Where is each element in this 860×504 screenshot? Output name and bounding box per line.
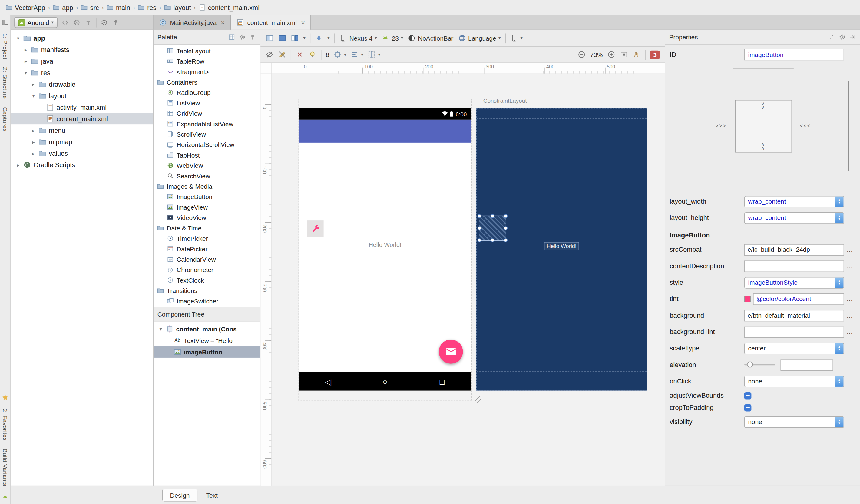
ellipsis-button[interactable]: … — [846, 246, 853, 253]
tree-row[interactable]: AbTextView – "Hello — [154, 335, 260, 346]
property-control[interactable]: none▴▾ — [744, 416, 844, 428]
favorites-star-icon[interactable] — [1, 394, 9, 401]
canvas-resize-handle[interactable] — [474, 395, 482, 403]
navigate-back-forward-icon[interactable] — [61, 19, 69, 26]
palette-view-mode-icon[interactable] — [228, 33, 235, 41]
tree-row[interactable]: ▸manifests — [11, 44, 153, 55]
tree-right-arrow[interactable]: ▸ — [23, 47, 28, 53]
constraint-inspector[interactable]: >>> <<< ∨∨ ∧∧ — [670, 63, 857, 189]
device-selector[interactable]: Nexus 4 ▾ — [339, 34, 377, 42]
palette-item[interactable]: TextClock — [154, 275, 260, 285]
show-constraints-icon[interactable] — [266, 51, 274, 59]
zoom-in-icon[interactable] — [607, 51, 615, 59]
breadcrumb-item[interactable]: src — [81, 4, 99, 11]
blueprint-preview[interactable]: i Hello World! — [476, 108, 647, 391]
tab-text[interactable]: Text — [199, 489, 225, 502]
tree-down-arrow[interactable]: ▾ — [31, 93, 36, 98]
api-level-selector[interactable]: 23 ▾ — [381, 34, 403, 42]
property-control[interactable]: wrap_content▴▾ — [744, 196, 844, 207]
property-control[interactable] — [744, 359, 844, 371]
id-field[interactable]: imageButton — [744, 49, 844, 60]
constraint-right-spring-icon[interactable]: <<< — [800, 124, 811, 128]
tab-close-icon[interactable]: × — [221, 19, 225, 26]
tree-row[interactable]: ▾layout — [11, 90, 153, 101]
property-control[interactable] — [744, 260, 844, 272]
color-swatch[interactable] — [744, 296, 751, 302]
swap-panel-icon[interactable] — [828, 33, 835, 41]
tab-close-icon[interactable]: × — [301, 19, 305, 26]
pan-hand-icon[interactable] — [632, 51, 641, 59]
palette-item[interactable]: GridView — [154, 108, 260, 118]
hello-world-text[interactable]: Hello World! — [300, 241, 471, 248]
constraint-bottom-margin-line[interactable] — [733, 184, 793, 185]
tool-strip-project[interactable]: 1: Project — [2, 33, 9, 59]
constraint-bottom-spring-icon[interactable]: ∧∧ — [761, 143, 765, 150]
palette-category[interactable]: Images & Media — [154, 181, 260, 191]
palette-item[interactable]: Chronometer — [154, 264, 260, 275]
tree-row[interactable]: ▸java — [11, 55, 153, 67]
editor-tab-mainactivity[interactable]: C MainActivity.java × — [154, 15, 231, 30]
recents-icon[interactable]: □ — [414, 377, 471, 385]
property-control[interactable] — [744, 390, 844, 401]
tool-strip-captures[interactable]: Captures — [2, 107, 9, 132]
breadcrumb-item[interactable]: content_main.xml — [199, 4, 259, 11]
palette-item[interactable]: TableLayout — [154, 45, 260, 56]
palette-item[interactable]: ListView — [154, 98, 260, 108]
selection-handle[interactable] — [477, 239, 482, 242]
tree-row[interactable]: ▸menu — [11, 125, 153, 136]
property-control[interactable]: e/btn_default_material — [744, 309, 844, 321]
align-menu[interactable]: ▾ — [351, 51, 363, 59]
breadcrumb-item[interactable]: VectorApp — [5, 4, 45, 11]
home-icon[interactable]: ○ — [356, 377, 413, 385]
pin-icon[interactable] — [112, 19, 119, 26]
zoom-out-icon[interactable] — [577, 51, 586, 59]
tree-row[interactable]: imageButton — [154, 346, 260, 358]
blueprint-view-icon[interactable] — [278, 34, 286, 42]
orientation-selector[interactable]: ▾ — [510, 34, 523, 42]
tree-right-arrow[interactable]: ▸ — [31, 82, 36, 87]
palette-pin-icon[interactable] — [249, 33, 256, 41]
tree-row[interactable]: ▾content_main (Cons — [154, 323, 260, 335]
palette-category[interactable]: Transitions — [154, 285, 260, 296]
editor-tab-content-main[interactable]: content_main.xml × — [231, 15, 311, 30]
project-view-selector[interactable]: Android ▾ — [14, 17, 57, 28]
selection-handle[interactable] — [504, 239, 508, 242]
palette-item[interactable]: <><fragment> — [154, 66, 260, 77]
tree-row[interactable]: ▾res — [11, 67, 153, 78]
ellipsis-button[interactable]: … — [846, 296, 853, 302]
palette-item[interactable]: SearchView — [154, 171, 260, 181]
slider-track[interactable] — [744, 364, 775, 365]
breadcrumb-item[interactable]: res — [138, 4, 156, 11]
property-control[interactable]: @color/colorAccent — [753, 293, 844, 305]
selection-handle[interactable] — [490, 214, 494, 218]
selection-handle[interactable] — [477, 226, 482, 230]
infer-constraints-icon[interactable] — [308, 51, 316, 59]
constraint-top-margin-line[interactable] — [733, 68, 793, 69]
constraint-top-spring-icon[interactable]: ∨∨ — [761, 102, 765, 110]
palette-item[interactable]: 2011DatePicker — [154, 244, 260, 254]
palette-item[interactable]: ScrollView — [154, 129, 260, 139]
constraint-widget[interactable]: >>> <<< ∨∨ ∧∧ — [735, 100, 791, 153]
ellipsis-button[interactable]: … — [846, 263, 853, 270]
tree-down-arrow[interactable]: ▾ — [15, 35, 21, 41]
combo-stepper-icon[interactable]: ▴▾ — [835, 417, 844, 427]
palette-item[interactable]: ImageButton — [154, 191, 260, 202]
slider-thumb[interactable] — [747, 362, 753, 368]
combo-stepper-icon[interactable]: ▴▾ — [835, 277, 844, 288]
palette-item[interactable]: RadioGroup — [154, 87, 260, 98]
design-surface[interactable]: 6:00 Hello World! — [272, 74, 665, 486]
fab-button[interactable] — [439, 340, 463, 364]
palette-item[interactable]: ImageView — [154, 202, 260, 212]
tree-right-arrow[interactable]: ▸ — [31, 139, 36, 144]
property-control[interactable] — [744, 326, 844, 338]
tree-down-arrow[interactable]: ▾ — [158, 326, 163, 332]
constraint-right-anchor-line[interactable] — [848, 81, 849, 171]
tree-row[interactable]: ▸values — [11, 147, 153, 159]
ellipsis-button[interactable]: … — [846, 312, 853, 319]
tree-right-arrow[interactable]: ▸ — [31, 150, 36, 156]
palette-item[interactable]: HorizontalScrollView — [154, 139, 260, 149]
back-icon[interactable]: ◁ — [300, 377, 356, 385]
tree-row[interactable]: ▸Gradle Scripts — [11, 159, 153, 171]
design-preview[interactable]: 6:00 Hello World! — [300, 108, 471, 391]
tab-design[interactable]: Design — [162, 489, 198, 502]
